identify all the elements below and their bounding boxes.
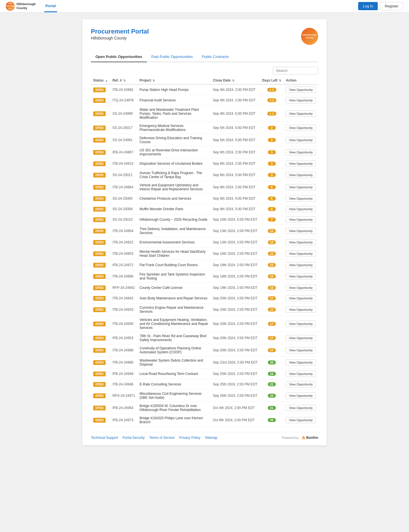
col-days-left[interactable]: Days Left ⇅ <box>260 77 283 84</box>
cell-days-left: 13 <box>260 248 283 260</box>
nav-link-portal[interactable]: Portal <box>44 0 57 12</box>
sort-icon-days-left: ⇅ <box>279 79 281 82</box>
cell-ref: IFB-24-24972 <box>110 260 137 270</box>
cell-days-left: < 1 <box>260 95 283 106</box>
view-opportunity-button[interactable]: View Opportunity <box>286 371 316 377</box>
days-badge: 2 <box>268 138 276 142</box>
tab-public-contracts[interactable]: Public Contracts <box>197 52 233 62</box>
table-toolbar <box>91 67 318 74</box>
cell-ref: RPS-24-24971 <box>110 390 137 402</box>
view-opportunity-button[interactable]: View Opportunity <box>286 87 316 93</box>
footer-link-technical-support[interactable]: Technical Support <box>91 436 118 440</box>
col-close-date[interactable]: Close Date ⇅ <box>211 77 260 84</box>
tab-past-opportunities[interactable]: Past Public Opportunities <box>147 52 197 62</box>
cell-status: OPEN <box>91 95 110 106</box>
view-opportunity-button[interactable]: View Opportunity <box>286 110 316 117</box>
days-badge: 7 <box>268 218 276 222</box>
cell-ref: SS-24-25005 <box>110 193 137 204</box>
view-opportunity-button[interactable]: View Opportunity <box>286 160 316 167</box>
view-opportunity-button[interactable]: View Opportunity <box>286 228 316 234</box>
view-opportunity-button[interactable]: View Opportunity <box>286 239 316 245</box>
col-status[interactable]: Status ▲ <box>91 77 110 84</box>
view-opportunity-button[interactable]: View Opportunity <box>286 195 316 202</box>
view-opportunity-button[interactable]: View Opportunity <box>286 273 316 279</box>
days-badge: 6 <box>268 197 276 201</box>
view-opportunity-button[interactable]: View Opportunity <box>286 97 316 103</box>
main-card: Procurement Portal Hillsborough County H… <box>82 19 327 445</box>
cell-action: View Opportunity <box>283 356 318 369</box>
cell-days-left: 3 <box>260 158 283 169</box>
days-badge: 22 <box>268 382 276 386</box>
status-badge: OPEN <box>93 418 106 423</box>
cell-project: Bridge #104320 Philips Lane over Kitchen… <box>137 414 210 426</box>
days-badge: 17 <box>268 322 276 326</box>
view-opportunity-button[interactable]: View Opportunity <box>286 216 316 223</box>
table-header: Status ▲ Ref. # ⇅ Project ⇅ Close Date ⇅… <box>91 77 318 84</box>
view-opportunity-button[interactable]: View Opportunity <box>286 335 316 341</box>
cell-project: Vehicle and Equipment Upholstery and Int… <box>137 181 210 193</box>
cell-days-left: 22 <box>260 369 283 379</box>
cell-days-left: 15 <box>260 270 283 283</box>
cell-status: OPEN <box>91 193 110 204</box>
view-opportunity-button[interactable]: View Opportunity <box>286 347 316 353</box>
view-opportunity-button[interactable]: View Opportunity <box>286 295 316 301</box>
view-opportunity-button[interactable]: View Opportunity <box>286 359 316 366</box>
cell-close-date: Oct 4th 2024, 2:00 PM EDT <box>211 402 260 414</box>
view-opportunity-button[interactable]: View Opportunity <box>286 306 316 313</box>
view-opportunity-button[interactable]: View Opportunity <box>286 251 316 257</box>
login-button[interactable]: Log In <box>358 2 377 10</box>
view-opportunity-button[interactable]: View Opportunity <box>286 184 316 190</box>
view-opportunity-button[interactable]: View Opportunity <box>286 172 316 178</box>
cell-action: View Opportunity <box>283 122 318 134</box>
view-opportunity-button[interactable]: View Opportunity <box>286 381 316 387</box>
table-body: OPEN ITB-24-24982 Pump Station High Head… <box>91 84 318 426</box>
footer-links: Technical Support Portal Security Terms … <box>91 436 218 440</box>
status-badge: OPEN <box>93 296 106 301</box>
cell-status: OPEN <box>91 146 110 158</box>
cell-close-date: Sep 6th 2024, 2:00 PM EDT <box>211 146 260 158</box>
cell-project: Water and Wastewater Treatment Plant Pum… <box>137 106 210 122</box>
search-input[interactable] <box>273 67 318 74</box>
cell-close-date: Sep 5th 2024, 5:00 PM EDT <box>211 134 260 146</box>
days-badge: 13 <box>268 252 276 256</box>
cell-ref: SS-24-25008 <box>110 204 137 214</box>
cell-project: Auto Body Maintenance and Repair Service… <box>137 293 210 304</box>
view-opportunity-button[interactable]: View Opportunity <box>286 393 316 399</box>
view-opportunity-button[interactable]: View Opportunity <box>286 137 316 143</box>
view-opportunity-button[interactable]: View Opportunity <box>286 262 316 268</box>
cell-status: OPEN <box>91 225 110 237</box>
view-opportunity-button[interactable]: View Opportunity <box>286 285 316 291</box>
logo-area: HillsboroughCo. HillsboroughCounty <box>6 2 36 11</box>
register-button[interactable]: Register <box>380 2 403 10</box>
cell-days-left: 17 <box>260 332 283 344</box>
cell-action: View Opportunity <box>283 414 318 426</box>
footer-link-terms[interactable]: Terms of Service <box>149 436 174 440</box>
cell-days-left: < 1 <box>260 84 283 95</box>
cell-status: OPEN <box>91 369 110 379</box>
cell-project: US 301 at Riverview Drive Intersection I… <box>137 146 210 158</box>
cell-project: Miscellaneous Civil Engineering Services… <box>137 390 210 402</box>
footer-link-portal-security[interactable]: Portal Security <box>122 436 145 440</box>
cell-action: View Opportunity <box>283 304 318 316</box>
view-opportunity-button[interactable]: View Opportunity <box>286 149 316 155</box>
table-row: OPEN IFB-24-24953 78th St - Palm River R… <box>91 332 318 344</box>
tab-open-opportunities[interactable]: Open Public Opportunities <box>91 52 147 62</box>
footer-link-sitemap[interactable]: Sitemap <box>205 436 217 440</box>
cell-close-date: Sep 20th 2024, 2:00 PM EDT <box>211 316 260 332</box>
view-opportunity-button[interactable]: View Opportunity <box>286 405 316 411</box>
cell-action: View Opportunity <box>283 316 318 332</box>
view-opportunity-button[interactable]: View Opportunity <box>286 125 316 131</box>
status-badge: OPEN <box>93 372 106 376</box>
view-opportunity-button[interactable]: View Opportunity <box>286 321 316 327</box>
cell-status: OPEN <box>91 84 110 95</box>
footer-link-privacy[interactable]: Privacy Policy <box>179 436 201 440</box>
table-row: OPEN IFB-24-24954 Bridge #105504 W. Colu… <box>91 402 318 414</box>
col-ref[interactable]: Ref. # ⇅ <box>110 77 137 84</box>
col-project[interactable]: Project ⇅ <box>137 77 210 84</box>
view-opportunity-button[interactable]: View Opportunity <box>286 417 316 423</box>
cell-close-date: Sep 20th 2024, 2:00 PM EDT <box>211 304 260 316</box>
cell-ref: ITB-24-24904 <box>110 225 137 237</box>
view-opportunity-button[interactable]: View Opportunity <box>286 206 316 212</box>
cell-action: View Opportunity <box>283 237 318 248</box>
cell-project: Continuity of Operations Planning Online… <box>137 344 210 356</box>
